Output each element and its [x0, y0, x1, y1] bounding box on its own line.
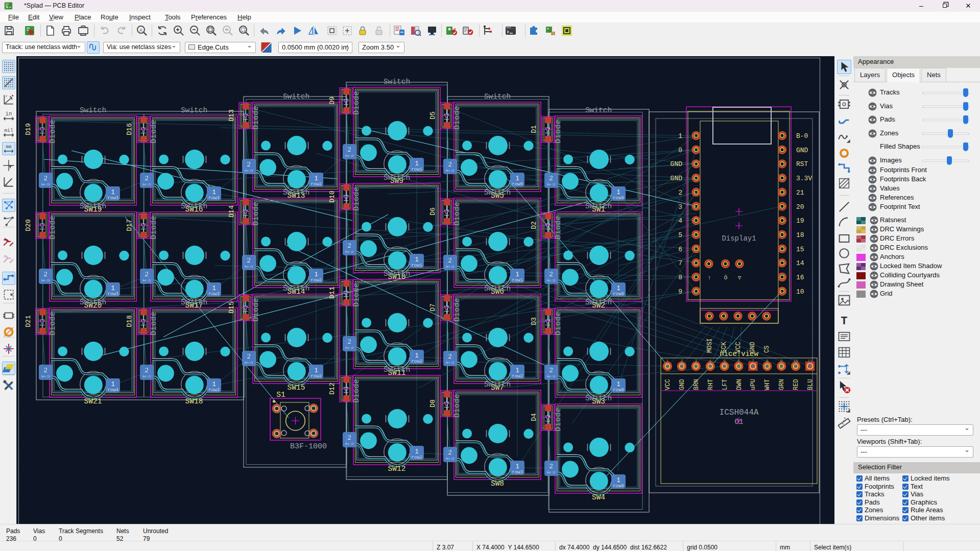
svg-text:Diode: Diode	[352, 90, 361, 114]
svg-text:Diode: Diode	[150, 311, 158, 335]
svg-text:Diode: Diode	[150, 215, 158, 239]
svg-text:10: 10	[793, 358, 798, 363]
svg-text:Switch: Switch	[484, 284, 511, 293]
svg-text:row3: row3	[208, 196, 220, 201]
svg-text:5: 5	[678, 231, 682, 239]
svg-text:2: 2	[680, 358, 683, 363]
svg-text:uPU: uPU	[750, 379, 757, 390]
svg-text:2: 2	[678, 189, 682, 197]
svg-text:B-0: B-0	[796, 132, 808, 140]
svg-text:row2: row2	[310, 182, 322, 187]
svg-text:row0: row0	[512, 182, 523, 187]
svg-text:Ō: Ō	[724, 275, 728, 281]
svg-text:row1: row1	[411, 263, 422, 268]
svg-text:1: 1	[678, 132, 682, 140]
svg-text:D14: D14	[228, 205, 235, 218]
svg-text:GND: GND	[796, 147, 808, 154]
svg-text:Switch: Switch	[80, 202, 106, 210]
svg-text:WHT: WHT	[764, 379, 771, 390]
svg-text:Switch: Switch	[384, 78, 410, 86]
svg-text:4: 4	[678, 217, 682, 225]
svg-text:row0: row0	[613, 484, 624, 489]
svg-text:SW4: SW4	[592, 493, 605, 501]
svg-text:D17: D17	[126, 219, 133, 231]
svg-text:Display1: Display1	[722, 234, 756, 243]
svg-text:Switch: Switch	[384, 174, 410, 182]
svg-text:Switch: Switch	[585, 202, 612, 210]
svg-text:6: 6	[737, 358, 740, 363]
svg-text:Switch: Switch	[585, 394, 612, 402]
svg-text:D20: D20	[25, 219, 32, 231]
svg-text:row0: row0	[613, 292, 624, 297]
svg-text:4: 4	[709, 358, 711, 363]
svg-text:7: 7	[752, 358, 754, 363]
svg-text:Switch: Switch	[484, 188, 511, 197]
svg-text:D12: D12	[328, 382, 336, 394]
svg-text:15: 15	[796, 246, 804, 253]
svg-text:LFT: LFT	[722, 379, 729, 390]
svg-text:D2: D2	[530, 221, 538, 229]
svg-text:Switch: Switch	[181, 202, 207, 210]
svg-text:0: 0	[678, 147, 682, 154]
svg-text:row0: row0	[613, 196, 624, 201]
svg-text:11: 11	[807, 358, 812, 363]
svg-text:↑: ↑	[708, 275, 711, 281]
svg-text:row3: row3	[107, 292, 118, 297]
svg-text:D13: D13	[228, 109, 235, 121]
svg-text:19: 19	[796, 217, 804, 225]
svg-text:5: 5	[723, 358, 726, 363]
svg-text:D21: D21	[25, 315, 32, 327]
svg-text:Diode: Diode	[554, 407, 562, 431]
svg-text:S1: S1	[276, 391, 285, 399]
svg-text:RST: RST	[796, 160, 808, 168]
svg-text:DWN: DWN	[736, 379, 743, 390]
svg-text:SW18: SW18	[185, 397, 203, 405]
svg-text:3: 3	[695, 358, 697, 363]
svg-text:D5: D5	[429, 111, 437, 119]
svg-text:row2: row2	[310, 374, 322, 379]
svg-text:Diode: Diode	[252, 105, 260, 129]
svg-text:Diode: Diode	[554, 119, 562, 143]
svg-text:Switch: Switch	[283, 284, 309, 293]
svg-text:3: 3	[678, 203, 682, 211]
svg-text:Switch: Switch	[181, 106, 207, 114]
svg-text:RHT: RHT	[707, 379, 714, 390]
svg-text:▽: ▽	[738, 275, 742, 281]
svg-text:Diode: Diode	[49, 215, 57, 239]
svg-text:D16: D16	[126, 123, 133, 135]
svg-text:row2: row2	[512, 374, 523, 379]
svg-text:Switch: Switch	[585, 298, 612, 306]
svg-text:row2: row2	[411, 359, 422, 364]
svg-text:21: 21	[796, 189, 804, 197]
svg-text:8: 8	[766, 358, 769, 363]
svg-text:Diode: Diode	[352, 186, 361, 210]
svg-text:Switch: Switch	[80, 298, 106, 306]
svg-text:Diode: Diode	[554, 215, 562, 239]
svg-text:in: in	[6, 111, 12, 117]
svg-text:7: 7	[678, 259, 682, 267]
svg-text:row2: row2	[411, 455, 422, 460]
svg-text:Diode: Diode	[453, 201, 461, 225]
svg-text:Switch: Switch	[283, 188, 309, 197]
svg-text:D11: D11	[328, 286, 336, 299]
svg-text:1: 1	[666, 358, 669, 363]
svg-text:VCC: VCC	[664, 379, 672, 390]
svg-text:10: 10	[796, 288, 804, 296]
svg-text:Diode: Diode	[352, 282, 361, 306]
svg-text:Switch: Switch	[181, 298, 207, 306]
svg-text:D9: D9	[328, 97, 336, 105]
svg-text:r: r	[6, 94, 8, 99]
svg-text:Switch: Switch	[484, 92, 511, 101]
svg-text:Diode: Diode	[453, 105, 461, 129]
svg-text:Diode: Diode	[453, 297, 461, 321]
svg-text:nice!view: nice!view	[720, 350, 758, 358]
svg-text:SW12: SW12	[388, 465, 406, 473]
svg-text:D18: D18	[126, 315, 133, 327]
svg-text:CS: CS	[763, 346, 771, 353]
svg-text:row4: row4	[107, 388, 118, 393]
svg-text:Switch: Switch	[585, 106, 612, 114]
svg-text:GND: GND	[671, 175, 683, 182]
svg-text:Diode: Diode	[252, 201, 260, 225]
svg-text:20: 20	[796, 203, 804, 211]
svg-text:mm: mm	[6, 145, 12, 150]
